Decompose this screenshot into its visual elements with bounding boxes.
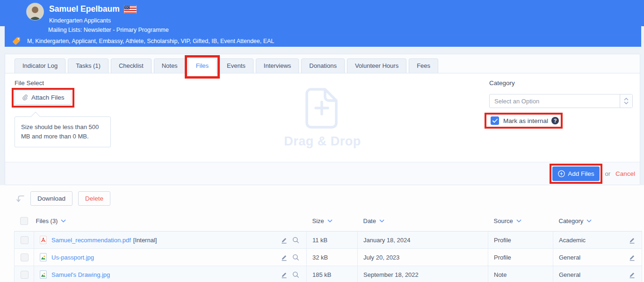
edit-pencil-icon[interactable] — [628, 236, 636, 244]
rename-pencil-icon[interactable] — [280, 271, 288, 279]
help-icon[interactable]: ? — [551, 117, 559, 124]
tab-notes[interactable]: Notes — [154, 58, 186, 73]
sort-chevron-icon — [586, 219, 592, 223]
mailing-lists: Mailing Lists: Newsletter - Primary Prog… — [5, 27, 641, 33]
tab-checklist[interactable]: Checklist — [111, 58, 152, 73]
tags-list: M, Kindergarten, Applicant, Embassy, Ath… — [27, 38, 274, 44]
tab-interviews[interactable]: Interviews — [256, 58, 299, 73]
tab-files[interactable]: Files — [188, 58, 217, 73]
bulk-actions-row: Download Delete — [0, 191, 644, 206]
person-photo-icon — [27, 3, 43, 20]
image-file-icon — [40, 253, 47, 261]
select-all-checkbox[interactable] — [20, 217, 28, 225]
file-link[interactable]: Samuel_recommendation.pdf — [51, 237, 131, 244]
tags-row: M, Kindergarten, Applicant, Embassy, Ath… — [5, 36, 641, 46]
category-label: Category — [489, 80, 633, 87]
files-table: Files (3) Size Date Source Category — [14, 213, 642, 282]
file-category: General — [559, 254, 580, 261]
cancel-link[interactable]: Cancel — [615, 170, 635, 177]
attach-files-button[interactable]: Attach Files — [14, 90, 72, 105]
profile-header: Samuel Epelbaum Kindergarten Applicants — [0, 0, 644, 26]
files-panel: Indicator Log Tasks (1) Checklist Notes … — [5, 54, 640, 185]
mark-internal-row[interactable]: Mark as internal ? — [491, 116, 559, 125]
file-size: 11 kB — [307, 231, 358, 249]
file-link[interactable]: Samuel's Drawing.jpg — [51, 271, 110, 278]
file-source: Profile — [488, 231, 553, 249]
file-plus-icon — [301, 87, 344, 130]
tab-tasks[interactable]: Tasks (1) — [68, 58, 109, 73]
file-link[interactable]: Us-passport.jpg — [51, 254, 94, 261]
select-placeholder: Select an Option — [490, 98, 620, 105]
upload-actions-bar: Add Files or Cancel — [5, 162, 640, 185]
file-category: Academic — [559, 237, 586, 244]
tab-donations[interactable]: Donations — [301, 58, 345, 73]
rename-pencil-icon[interactable] — [280, 253, 288, 261]
pdf-file-icon — [40, 236, 47, 244]
row-checkbox[interactable] — [21, 253, 29, 261]
column-header-size[interactable]: Size — [312, 217, 333, 224]
plus-circle-icon — [558, 170, 565, 177]
paperclip-icon — [22, 94, 28, 101]
applicant-group: Kindergarten Applicants — [49, 17, 137, 24]
tab-events[interactable]: Events — [219, 58, 253, 73]
mark-internal-label: Mark as internal — [503, 117, 548, 124]
preview-magnifier-icon[interactable] — [292, 236, 300, 244]
file-date: January 18, 2024 — [358, 231, 488, 249]
table-row: Samuel's Drawing.jpg 185 kB September 18… — [14, 266, 642, 282]
sort-chevron-icon — [327, 219, 333, 223]
file-source: Profile — [488, 249, 553, 266]
row-checkbox[interactable] — [21, 236, 29, 244]
column-header-source[interactable]: Source — [494, 217, 521, 224]
sort-chevron-icon — [379, 219, 384, 223]
delete-button[interactable]: Delete — [78, 191, 110, 206]
tab-volunteer-hours[interactable]: Volunteer Hours — [347, 58, 406, 73]
file-category: General — [559, 271, 580, 278]
preview-magnifier-icon[interactable] — [292, 253, 300, 261]
profile-header-extension: Mailing Lists: Newsletter - Primary Prog… — [5, 26, 641, 47]
internal-badge: [Internal] — [133, 237, 157, 244]
tag-icon — [12, 36, 21, 46]
student-name: Samuel Epelbaum — [49, 4, 120, 14]
checkbox-check-icon — [492, 119, 498, 123]
edit-pencil-icon[interactable] — [628, 253, 636, 261]
category-select[interactable]: Select an Option — [489, 94, 633, 108]
return-arrow-icon — [15, 194, 25, 204]
add-files-button[interactable]: Add Files — [552, 166, 600, 181]
file-source: Note — [488, 266, 553, 282]
row-checkbox[interactable] — [21, 271, 29, 279]
table-header-row: Files (3) Size Date Source Category — [14, 213, 642, 231]
sort-chevron-icon — [61, 219, 66, 223]
preview-magnifier-icon[interactable] — [292, 271, 300, 279]
size-hint-tooltip: Size should be less than 500 MB and more… — [14, 116, 111, 147]
tab-bar: Indicator Log Tasks (1) Checklist Notes … — [5, 54, 640, 73]
image-file-icon — [40, 270, 47, 279]
download-button[interactable]: Download — [30, 191, 72, 206]
or-text: or — [605, 170, 610, 177]
column-header-date[interactable]: Date — [363, 217, 384, 224]
column-header-category[interactable]: Category — [559, 217, 592, 224]
file-list-section: Download Delete Files (3) Size Date — [0, 185, 644, 282]
us-flag-icon — [124, 5, 137, 14]
file-size: 32 kB — [307, 249, 358, 266]
tab-indicator-log[interactable]: Indicator Log — [14, 58, 65, 73]
avatar[interactable] — [27, 3, 43, 20]
mark-internal-checkbox[interactable] — [491, 116, 499, 125]
file-size: 185 kB — [307, 266, 358, 282]
select-spinner-icon[interactable] — [620, 94, 632, 108]
sort-chevron-icon — [516, 219, 521, 223]
rename-pencil-icon[interactable] — [280, 236, 288, 244]
file-date: September 18, 2022 — [358, 266, 488, 282]
column-header-files[interactable]: Files (3) — [36, 217, 66, 224]
edit-pencil-icon[interactable] — [628, 271, 636, 279]
table-row: Us-passport.jpg 32 kB July 20, 2023 Prof… — [14, 249, 642, 266]
tab-fees[interactable]: Fees — [409, 58, 438, 73]
file-date: July 20, 2023 — [358, 249, 488, 266]
table-row: Samuel_recommendation.pdf [Internal] 11 … — [14, 231, 642, 249]
file-upload-area: Drag & Drop File Select Attach Files Siz — [5, 73, 640, 162]
